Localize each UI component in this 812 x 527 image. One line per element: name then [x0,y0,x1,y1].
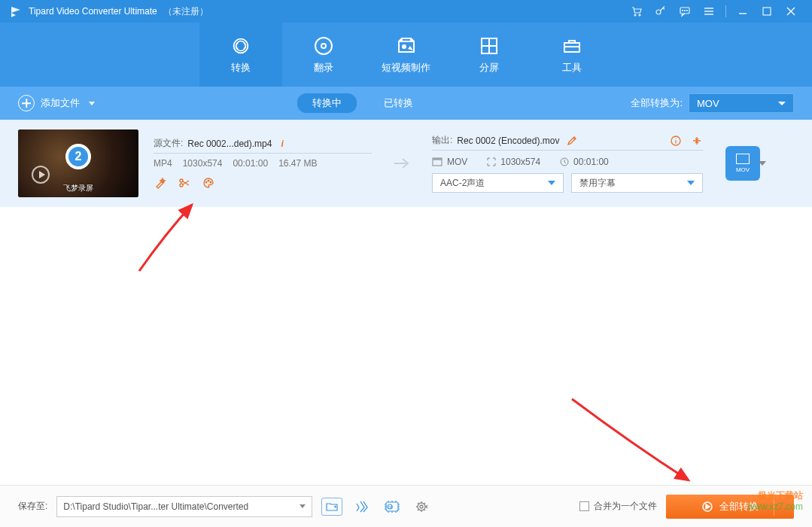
add-file-button[interactable]: 添加文件 [18,95,95,111]
subtitle-select[interactable]: 禁用字幕 [571,173,703,193]
chevron-down-icon [548,181,555,185]
meta-duration: 00:01:00 [233,158,268,169]
out-format: MOV [447,157,467,167]
save-to-label: 保存至: [18,500,47,513]
output-format-badge[interactable]: MOV [725,146,760,181]
convert-btn-label: 全部转换 [719,500,759,513]
tab-tools[interactable]: 工具 [531,23,613,87]
app-logo-icon [9,5,23,18]
svg-point-15 [180,179,183,182]
thumb-index-badge: 2 [65,144,91,169]
merge-label: 合并为一个文件 [594,500,657,513]
film-icon [736,154,750,164]
convert-all-button[interactable]: 全部转换 [666,495,794,519]
convert-icon [230,35,251,56]
video-thumbnail[interactable]: 2 飞梦录屏 [18,129,138,197]
scissors-icon[interactable] [178,176,191,190]
key-icon[interactable] [652,2,670,20]
svg-point-16 [180,184,183,187]
mv-icon [396,35,417,56]
file-list: 2 飞梦录屏 源文件: Rec 0002...ded).mp4 i MP4 10… [0,120,812,207]
feedback-icon[interactable] [676,2,694,20]
menu-icon[interactable] [700,2,718,20]
svg-point-4 [683,11,683,11]
annotation-arrow-2 [564,391,700,489]
convert-all-format: 全部转换为: MOV [631,93,794,113]
format-badge-label: MOV [736,166,750,173]
merge-files-checkbox[interactable]: 合并为一个文件 [579,500,657,513]
tab-rip-label: 翻录 [314,61,333,75]
cart-icon[interactable] [628,2,646,20]
split-icon [479,35,500,56]
chevron-down-icon [687,181,695,185]
tab-convert-label: 转换 [231,61,251,75]
edit-tool-icons [154,176,372,190]
arrow-right-icon [387,156,417,171]
subtab-converted[interactable]: 已转换 [369,93,428,113]
chevron-down-icon [300,504,306,508]
info-icon[interactable]: i [281,139,283,149]
bottom-bar: 保存至: D:\Tipard Studio\Tipar...ter Ultima… [0,485,812,527]
snapshot-button[interactable] [351,498,373,516]
subtab-converting[interactable]: 转换中 [297,93,357,113]
svg-point-5 [685,11,686,11]
svg-point-17 [205,181,207,183]
svg-point-2 [656,10,661,14]
open-folder-button[interactable] [321,498,342,516]
svg-point-19 [210,181,211,183]
maximize-icon[interactable] [758,2,776,20]
out-duration: 00:01:00 [573,157,609,167]
file-item: 2 飞梦录屏 源文件: Rec 0002...ded).mp4 i MP4 10… [0,120,812,207]
titlebar-divider [725,5,726,17]
settings-button[interactable] [412,498,433,516]
wand-icon[interactable] [154,176,167,190]
gpu-toggle-button[interactable]: ON [382,498,403,516]
convert-all-label: 全部转换为: [631,96,683,110]
output-path: D:\Tipard Studio\Tipar...ter Ultimate\Co… [63,501,248,512]
compress-icon[interactable] [691,135,703,147]
registration-status: （未注册） [163,5,208,18]
tab-split[interactable]: 分屏 [448,23,531,87]
chevron-down-icon [89,102,95,105]
add-file-label: 添加文件 [41,96,80,110]
tab-rip[interactable]: 翻录 [282,23,365,87]
edit-icon[interactable] [567,136,577,146]
play-icon [32,166,50,184]
palette-icon[interactable] [202,176,215,190]
minimize-icon[interactable] [734,2,752,20]
checkbox-icon [579,501,589,511]
tab-split-label: 分屏 [479,61,499,75]
svg-point-0 [634,14,636,16]
main-tabs: 转换 翻录 短视频制作 分屏 工具 [0,23,812,87]
meta-resolution: 1030x574 [183,158,223,169]
close-icon[interactable] [782,2,800,20]
source-label: 源文件: [154,137,183,150]
title-bar: Tipard Video Converter Ultimate （未注册） [0,0,812,23]
output-format-select[interactable]: MOV [689,93,794,113]
annotation-arrow-1 [128,196,211,279]
tab-convert[interactable]: 转换 [199,23,282,87]
output-label: 输出: [432,134,452,147]
disc-icon [313,35,334,56]
convert-run-icon [701,501,713,513]
svg-point-27 [420,505,423,508]
svg-point-1 [639,14,640,16]
source-column: 源文件: Rec 0002...ded).mp4 i MP4 1030x574 … [154,137,372,190]
status-sub-tabs: 转换中 已转换 [297,93,428,113]
output-path-select[interactable]: D:\Tipard Studio\Tipar...ter Ultimate\Co… [56,496,312,517]
svg-point-18 [208,180,209,181]
audio-track-select[interactable]: AAC-2声道 [432,173,564,193]
svg-point-10 [321,44,326,48]
toolbox-icon [561,35,582,56]
output-filename: Rec 0002 (Encoded).mov [457,136,559,146]
meta-format: MP4 [154,158,172,169]
tab-mv[interactable]: 短视频制作 [365,23,448,87]
format-value: MOV [697,98,719,109]
svg-point-6 [687,11,688,11]
output-column: 输出: Rec 0002 (Encoded).mov MOV 1030x574 … [432,134,703,193]
plus-icon [18,95,35,111]
source-metadata: MP4 1030x574 00:01:00 16.47 MB [154,158,372,169]
svg-rect-7 [763,8,771,15]
svg-text:ON: ON [388,505,393,509]
info-circle-icon[interactable] [670,135,682,147]
